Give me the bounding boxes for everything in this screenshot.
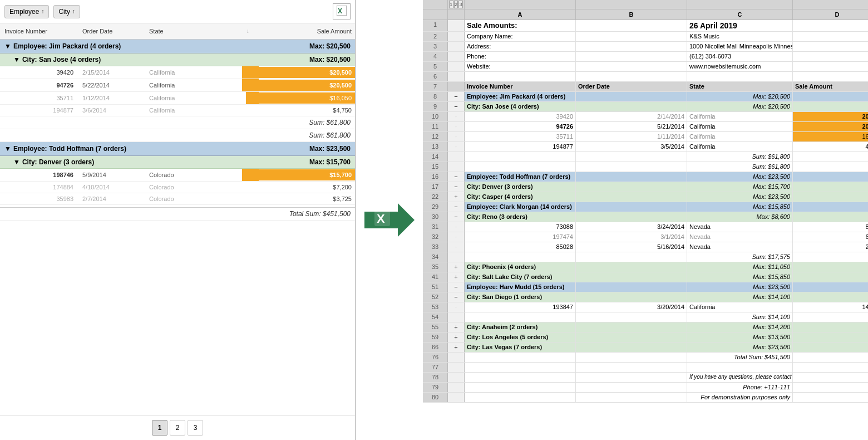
excel-col-headers: A B C D bbox=[423, 9, 868, 20]
invoice-number: 35983 bbox=[0, 193, 78, 204]
cell-B54 bbox=[576, 312, 687, 322]
order-date: 4/10/2014 bbox=[78, 182, 145, 193]
page-2-button[interactable]: 2 bbox=[170, 420, 185, 436]
cell-B1 bbox=[576, 20, 687, 31]
export-excel-button[interactable]: X bbox=[333, 3, 351, 19]
col-header-B: B bbox=[576, 9, 687, 19]
col-state-header: State bbox=[145, 26, 242, 37]
cell-D4 bbox=[793, 52, 868, 61]
cell-D66 bbox=[793, 343, 868, 352]
cell-D7: Sale Amount bbox=[793, 82, 868, 91]
row-ctrl[interactable]: + bbox=[448, 322, 465, 332]
invoice-number: 39420 bbox=[0, 67, 78, 78]
cell-A14 bbox=[465, 152, 576, 162]
page-3-button[interactable]: 3 bbox=[188, 420, 203, 436]
row-ctrl[interactable]: + bbox=[448, 192, 465, 202]
row-ctrl[interactable]: − bbox=[448, 172, 465, 182]
row-ctrl[interactable]: − bbox=[448, 102, 465, 111]
left-panel: Employee ↑ City ↑ X Invoice Number Order… bbox=[0, 0, 356, 440]
cell-A16: Employee: Todd Hoffman (7 orders) bbox=[465, 172, 576, 182]
sort-city-button[interactable]: City ↑ bbox=[53, 5, 80, 18]
cell-A5: Website: bbox=[465, 62, 576, 71]
sort-employee-button[interactable]: Employee ↑ bbox=[4, 5, 49, 18]
row-num: 78 bbox=[423, 373, 448, 382]
row-num: 66 bbox=[423, 343, 448, 352]
row-num: 30 bbox=[423, 212, 448, 222]
row-ctrl: · bbox=[448, 122, 465, 131]
cell-D22 bbox=[793, 192, 868, 202]
cell-A1[interactable]: Sale Amounts: bbox=[465, 20, 576, 31]
bar-cell bbox=[242, 92, 259, 104]
cell-D77 bbox=[793, 363, 868, 372]
sale-amount: $20,500 bbox=[259, 80, 355, 91]
cell-B55 bbox=[576, 322, 687, 332]
row-ctrl[interactable]: + bbox=[448, 272, 465, 282]
cell-B30 bbox=[576, 212, 687, 222]
cell-A10: 39420 bbox=[465, 112, 576, 121]
page-1-button[interactable]: 1 bbox=[152, 420, 167, 436]
col-header-ctrl bbox=[448, 9, 465, 19]
row-ctrl bbox=[448, 252, 465, 262]
row-num: 29 bbox=[423, 202, 448, 212]
cell-D59 bbox=[793, 333, 868, 342]
excel-row-41: 41 + City: Salt Lake City (7 orders) Max… bbox=[423, 272, 868, 282]
row-ctrl[interactable]: − bbox=[448, 282, 465, 292]
cell-A4: Phone: bbox=[465, 52, 576, 61]
cell-C31: Nevada bbox=[687, 222, 793, 232]
excel-row-34: 34 Sum: $17,575 bbox=[423, 252, 868, 262]
outline-level-3[interactable]: 3 bbox=[458, 1, 463, 8]
emp-sum-value: Sum: $61,800 bbox=[262, 129, 355, 141]
row-ctrl[interactable]: − bbox=[448, 92, 465, 101]
cell-B8 bbox=[576, 92, 687, 101]
emp-expand-icon[interactable]: ▼ bbox=[4, 42, 11, 50]
emp-expand-icon[interactable]: ▼ bbox=[4, 145, 11, 153]
sort-city-label: City bbox=[58, 8, 70, 16]
row-ctrl[interactable]: − bbox=[448, 292, 465, 302]
cell-B22 bbox=[576, 192, 687, 202]
row-ctrl: · bbox=[448, 132, 465, 141]
cell-A15 bbox=[465, 162, 576, 172]
cell-A17: City: Denver (3 orders) bbox=[465, 182, 576, 192]
emp-label: ▼ Employee: Todd Hoffman (7 orders) bbox=[0, 142, 262, 155]
order-date: 3/6/2014 bbox=[78, 105, 145, 116]
col-header-D: D bbox=[793, 9, 868, 19]
excel-row-29: 29 − Employee: Clark Morgan (14 orders) … bbox=[423, 202, 868, 212]
cell-A80 bbox=[465, 393, 576, 402]
row-ctrl[interactable]: + bbox=[448, 262, 465, 272]
excel-body[interactable]: 1 Sale Amounts: 26 April 2019 2 Company … bbox=[423, 20, 868, 440]
excel-row-54: 54 Sum: $14,100 bbox=[423, 312, 868, 322]
row-ctrl bbox=[448, 42, 465, 51]
excel-row-1: 1 Sale Amounts: 26 April 2019 bbox=[423, 20, 868, 32]
city-expand-icon[interactable]: ▼ bbox=[13, 158, 20, 166]
cell-A66: City: Las Vegas (7 orders) bbox=[465, 343, 576, 352]
row-ctrl[interactable]: − bbox=[448, 202, 465, 212]
excel-row-5: 5 Website: www.nowebsitemusic.com bbox=[423, 62, 868, 72]
cell-B51 bbox=[576, 282, 687, 292]
cell-C3: 1000 Nicollet Mall Minneapolis Minnesota bbox=[687, 42, 793, 51]
city-group-san-jose: ▼ City: San Jose (4 orders) Max: $20,500 bbox=[0, 53, 355, 66]
cell-A11: 94726 bbox=[465, 122, 576, 131]
sale-amount: $20,500 bbox=[259, 67, 355, 78]
row-ctrl[interactable]: + bbox=[448, 333, 465, 342]
city-expand-icon[interactable]: ▼ bbox=[13, 56, 20, 63]
row-ctrl[interactable]: + bbox=[448, 343, 465, 352]
cell-D53: 14100 bbox=[793, 302, 868, 312]
outline-level-2[interactable]: 2 bbox=[454, 1, 458, 8]
left-header: Employee ↑ City ↑ X bbox=[0, 0, 355, 23]
cell-A54 bbox=[465, 312, 576, 322]
row-num: 7 bbox=[423, 82, 448, 91]
cell-C76: Total Sum: $451,500 bbox=[687, 353, 793, 362]
state: California bbox=[145, 105, 242, 116]
left-data-body[interactable]: ▼ Employee: Jim Packard (4 orders) Max: … bbox=[0, 40, 355, 415]
sort-employee-label: Employee bbox=[9, 8, 39, 16]
row-ctrl[interactable]: − bbox=[448, 212, 465, 222]
row-ctrl[interactable]: − bbox=[448, 182, 465, 192]
cell-C52: Max: $14,100 bbox=[687, 292, 793, 302]
outline-level-1[interactable]: 1 bbox=[449, 1, 453, 8]
cell-C2: K&S Music bbox=[687, 32, 793, 41]
col-sort-indicator: ↓ bbox=[242, 26, 259, 37]
cell-A79 bbox=[465, 383, 576, 392]
cell-C79: Phone: +111-111 bbox=[687, 383, 793, 392]
state: Colorado bbox=[145, 193, 242, 204]
cell-C12: California bbox=[687, 132, 793, 141]
